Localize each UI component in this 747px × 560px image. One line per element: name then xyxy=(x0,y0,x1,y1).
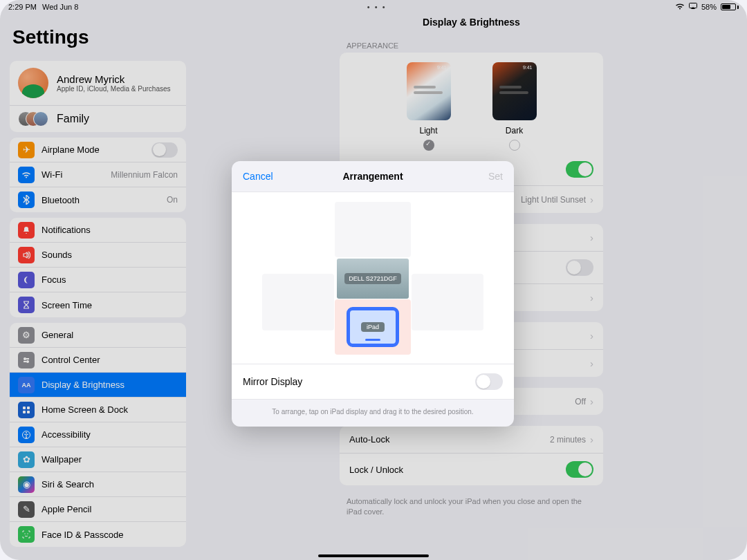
set-button[interactable]: Set xyxy=(488,171,503,182)
ipad-slot: iPad xyxy=(335,299,411,355)
battery-percent: 58% xyxy=(701,3,717,11)
arrangement-modal: Cancel Arrangement Set DELL S2721DGF iPa… xyxy=(232,161,514,427)
battery-icon xyxy=(721,3,739,10)
wifi-icon xyxy=(675,3,685,11)
ipad-display[interactable]: iPad xyxy=(347,307,399,347)
multitask-dots-icon[interactable]: • • • xyxy=(367,3,387,11)
mirror-toggle[interactable] xyxy=(475,373,503,390)
drop-slot-right[interactable] xyxy=(412,274,483,330)
ipad-label: iPad xyxy=(361,322,385,332)
modal-title: Arrangement xyxy=(232,171,514,182)
home-indicator[interactable] xyxy=(318,554,429,557)
external-display[interactable]: DELL S2721DGF xyxy=(337,259,409,299)
external-display-label: DELL S2721DGF xyxy=(344,273,401,284)
drop-slot-left[interactable] xyxy=(262,274,334,330)
cancel-button[interactable]: Cancel xyxy=(243,171,273,182)
status-date: Wed Jun 8 xyxy=(42,3,78,11)
drop-slot-top[interactable] xyxy=(335,202,411,257)
status-time: 2:29 PM xyxy=(8,3,37,11)
arrangement-canvas[interactable]: DELL S2721DGF iPad xyxy=(232,192,514,364)
airplay-icon xyxy=(689,3,697,11)
mirror-display-row[interactable]: Mirror Display xyxy=(232,364,514,400)
mirror-label: Mirror Display xyxy=(243,376,302,387)
status-bar: 2:29 PM Wed Jun 8 • • • 58% xyxy=(0,0,747,14)
arrangement-hint: To arrange, tap on iPad display and drag… xyxy=(232,400,514,427)
